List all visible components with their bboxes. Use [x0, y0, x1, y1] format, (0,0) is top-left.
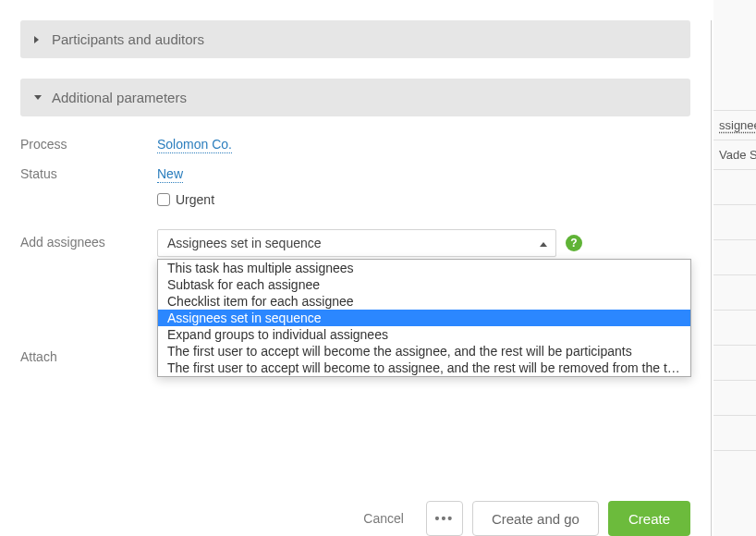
assignees-combo[interactable]: Assignees set in sequence	[157, 229, 556, 257]
sidebar-row[interactable]	[713, 205, 756, 240]
assignees-option[interactable]: The first user to accept will become to …	[158, 359, 690, 376]
sidebar-row[interactable]	[713, 416, 756, 451]
urgent-checkbox[interactable]	[157, 193, 170, 206]
create-and-go-button[interactable]: Create and go	[472, 501, 599, 536]
cancel-button[interactable]: Cancel	[350, 502, 417, 535]
assignees-option[interactable]: Checklist item for each assignee	[158, 293, 690, 310]
assignees-row: Add assignees Assignees set in sequence …	[20, 222, 690, 264]
process-link[interactable]: Solomon Co.	[157, 137, 232, 153]
assignees-combo-value: Assignees set in sequence	[167, 236, 322, 250]
status-label: Status	[20, 166, 157, 181]
participants-section-header[interactable]: Participants and auditors	[20, 20, 690, 58]
assignees-dropdown[interactable]: This task has multiple assigneesSubtask …	[157, 259, 691, 377]
sidebar-row[interactable]	[713, 240, 756, 275]
more-button[interactable]: •••	[426, 501, 463, 536]
footer: Cancel ••• Create and go Create	[350, 501, 690, 536]
assignees-option[interactable]: Expand groups to individual assignees	[158, 326, 690, 343]
sidebar-row[interactable]: Vade St	[713, 140, 756, 170]
assignees-option[interactable]: The first user to accept will become the…	[158, 343, 690, 359]
process-label: Process	[20, 137, 157, 152]
right-sidebar: ssignee Vade St	[713, 0, 756, 536]
status-row: Status New	[20, 159, 690, 189]
sidebar-row[interactable]	[713, 275, 756, 311]
sidebar-row[interactable]	[713, 311, 756, 346]
sidebar-col-header[interactable]: ssignee	[713, 111, 756, 140]
chevron-up-icon	[539, 236, 548, 250]
create-button[interactable]: Create	[608, 501, 690, 536]
sidebar-row[interactable]	[713, 381, 756, 416]
help-icon[interactable]: ?	[566, 235, 582, 251]
sidebar-row[interactable]	[713, 170, 756, 205]
additional-title: Additional parameters	[52, 90, 187, 105]
participants-title: Participants and auditors	[52, 31, 204, 47]
sidebar-row[interactable]	[713, 346, 756, 381]
status-link[interactable]: New	[157, 166, 183, 183]
chevron-down-icon	[33, 94, 43, 102]
assignees-option[interactable]: Assignees set in sequence	[158, 310, 690, 326]
urgent-row[interactable]: Urgent	[157, 189, 690, 211]
assignees-label: Add assignees	[20, 229, 157, 250]
chevron-right-icon	[33, 35, 43, 44]
additional-section-header[interactable]: Additional parameters	[20, 79, 690, 116]
attach-label: Attach	[20, 349, 157, 364]
assignees-option[interactable]: This task has multiple assignees	[158, 260, 690, 276]
process-row: Process Solomon Co.	[20, 129, 690, 159]
assignees-option[interactable]: Subtask for each assignee	[158, 276, 690, 293]
urgent-label: Urgent	[176, 192, 214, 207]
